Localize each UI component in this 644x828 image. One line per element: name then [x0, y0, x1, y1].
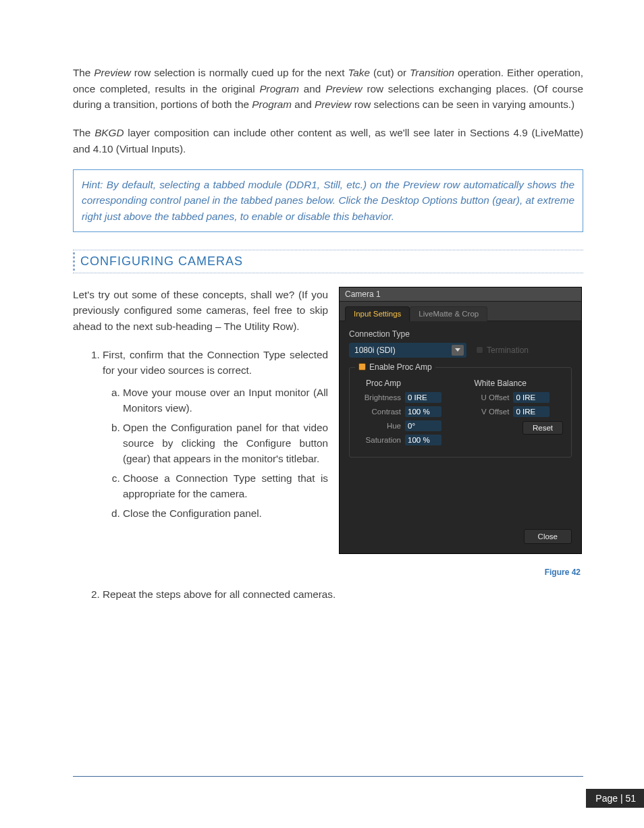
list-item-1: First, confirm that the Connection Type …	[103, 347, 328, 522]
alpha-item-a: Move your mouse over an Input monitor (A…	[123, 385, 328, 416]
list-item-2: Repeat the steps above for all connected…	[103, 586, 583, 603]
enable-proc-amp-label: Enable Proc Amp	[369, 362, 432, 372]
alpha-item-b: Open the Configuration panel for that vi…	[123, 420, 328, 467]
chevron-down-icon	[455, 348, 460, 352]
alpha-item-d: Close the Configuration panel.	[123, 506, 328, 522]
hue-input[interactable]: 0°	[405, 420, 441, 431]
contrast-label: Contrast	[358, 408, 401, 416]
connection-type-select[interactable]: 1080i (SDI)	[349, 343, 466, 358]
figure-caption: Figure 42	[339, 568, 583, 577]
connection-type-label: Connection Type	[349, 329, 572, 339]
dialog-title: Camera 1	[340, 287, 581, 302]
hint-box: Hint: By default, selecting a tabbed mod…	[73, 169, 583, 232]
brightness-input[interactable]: 0 IRE	[405, 392, 441, 403]
numbered-list-cont: Repeat the steps above for all connected…	[73, 586, 583, 603]
alpha-list: Move your mouse over an Input monitor (A…	[103, 385, 328, 522]
paragraph-preview: The Preview row selection is normally cu…	[73, 65, 583, 113]
saturation-input[interactable]: 100 %	[405, 435, 441, 445]
contrast-input[interactable]: 100 %	[405, 406, 441, 417]
termination-label: Termination	[487, 346, 529, 355]
section-heading: CONFIGURING CAMERAS	[80, 254, 583, 269]
numbered-list: First, confirm that the Connection Type …	[73, 347, 328, 522]
hue-label: Hue	[358, 422, 401, 430]
voffset-label: V Offset	[474, 408, 509, 416]
enable-proc-amp-checkbox[interactable]: Enable Proc Amp	[355, 362, 435, 372]
uoffset-label: U Offset	[474, 393, 509, 402]
hint-text: Hint: By default, selecting a tabbed mod…	[82, 177, 574, 225]
dialog-tabs: Input Settings LiveMatte & Crop	[340, 302, 581, 321]
white-balance-heading: White Balance	[474, 379, 563, 388]
tab-input-settings[interactable]: Input Settings	[345, 306, 410, 321]
checkbox-icon	[476, 346, 483, 354]
list-item-1-text: First, confirm that the Connection Type …	[103, 349, 328, 377]
tab-livematte-crop[interactable]: LiveMatte & Crop	[410, 306, 487, 321]
saturation-label: Saturation	[358, 436, 401, 444]
connection-type-value: 1080i (SDI)	[354, 346, 396, 355]
dropdown-button[interactable]	[452, 345, 464, 356]
proc-amp-heading: Proc Amp	[358, 379, 462, 388]
termination-checkbox[interactable]: Termination	[476, 346, 529, 355]
paragraph-bkgd: The BKGD layer composition can include o…	[73, 125, 583, 157]
intro-paragraph: Let's try out some of these concepts, sh…	[73, 287, 328, 335]
proc-amp-group: Enable Proc Amp Proc Amp Brightness 0 IR…	[349, 367, 572, 458]
footer-rule	[73, 776, 583, 777]
voffset-input[interactable]: 0 IRE	[513, 406, 549, 417]
uoffset-input[interactable]: 0 IRE	[513, 392, 549, 403]
alpha-item-c: Choose a Connection Type setting that is…	[123, 471, 328, 502]
reset-button[interactable]: Reset	[522, 421, 563, 435]
checkbox-checked-icon	[358, 363, 366, 370]
page-number: Page | 51	[586, 789, 644, 808]
dialog-spacer	[349, 458, 572, 520]
camera-dialog: Camera 1 Input Settings LiveMatte & Crop…	[339, 287, 582, 554]
close-button[interactable]: Close	[524, 529, 572, 544]
section-heading-container: CONFIGURING CAMERAS	[73, 250, 583, 273]
brightness-label: Brightness	[358, 393, 401, 402]
